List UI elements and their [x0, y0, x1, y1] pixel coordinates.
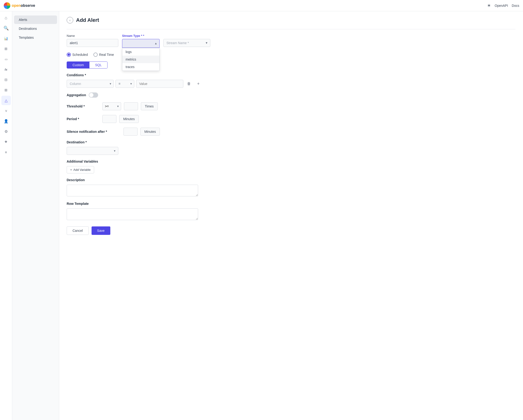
sidebar-item-search[interactable]: 🔍 [1, 24, 11, 33]
silence-section: Silence notification after * 10 Minutes [67, 128, 515, 136]
sub-sidebar: Alerts Destinations Templates [12, 11, 59, 420]
threshold-label: Threshold * [67, 105, 99, 108]
integrations-icon: ❖ [4, 140, 8, 144]
operator-select[interactable]: = [115, 80, 134, 88]
topbar-left: openobserve [4, 2, 35, 9]
sidebar-item-integrations[interactable]: ❖ [1, 137, 11, 146]
topbar: openobserve ☀ OpenAPI Docs [0, 0, 523, 11]
alerts-icon: △ [5, 98, 8, 103]
destination-wrapper: ▼ [67, 147, 118, 155]
home-icon: ⌂ [5, 16, 7, 20]
conditions-label: Conditions * [67, 73, 515, 77]
add-variable-button[interactable]: + Add Variable [67, 166, 94, 173]
delete-condition-button[interactable]: 🗑 [185, 80, 193, 88]
sql-toggle-btn[interactable]: SQL [90, 62, 107, 68]
row-template-label: Row Template [67, 202, 515, 206]
back-button[interactable]: ‹ [67, 17, 73, 24]
sidebar-item-settings[interactable]: ⚙ [1, 127, 11, 136]
aggregation-row: Aggregation [67, 92, 515, 98]
aggregation-label: Aggregation [67, 93, 86, 97]
silence-row: Silence notification after * 10 Minutes [67, 128, 515, 136]
stream-type-label: Stream Type * [122, 34, 160, 38]
description-input[interactable] [67, 185, 198, 196]
dropdown-item-logs[interactable]: logs [122, 48, 159, 56]
aggregation-toggle[interactable] [89, 92, 98, 98]
row-template-section: Row Template [67, 202, 515, 221]
functions-icon: fx [5, 68, 8, 71]
row-template-input[interactable] [67, 208, 198, 220]
delete-icon: 🗑 [187, 82, 191, 86]
theme-toggle-icon[interactable]: ☀ [487, 3, 491, 8]
page-header: ‹ Add Alert [67, 17, 515, 24]
docs-link[interactable]: Docs [512, 4, 519, 8]
dropdown-item-traces[interactable]: traces [122, 63, 159, 71]
stream-name-select[interactable]: Stream Name * [163, 39, 210, 47]
back-icon: ‹ [69, 18, 71, 22]
destination-section: Destination * ▼ [67, 140, 515, 155]
silence-label: Silence notification after * [67, 130, 121, 134]
search-icon: 🔍 [4, 25, 9, 31]
aggregation-section: Aggregation [67, 92, 515, 98]
column-select[interactable]: Column [67, 80, 114, 88]
column-wrapper: Column ▼ [67, 80, 114, 88]
logo-icon [4, 2, 10, 9]
page-title: Add Alert [76, 17, 99, 23]
period-label: Period * [67, 117, 99, 121]
name-label: Name [67, 34, 118, 38]
period-value-input[interactable]: 10 [102, 115, 116, 123]
tables-icon: ⊞ [4, 88, 8, 92]
sidebar-item-metrics[interactable]: 📊 [1, 34, 11, 43]
cancel-button[interactable]: Cancel [67, 226, 89, 235]
conditions-row: Column ▼ = ▼ 🗑 + [67, 80, 515, 88]
logs-icon: ≡ [5, 150, 7, 154]
destination-label: Destination * [67, 140, 515, 144]
stream-type-wrapper: ▲ logs metrics traces [122, 39, 160, 48]
threshold-value-input[interactable]: 3 [124, 102, 138, 110]
silence-unit: Minutes [140, 128, 160, 136]
sidebar-item-filters[interactable]: ⋎ [1, 106, 11, 115]
sub-sidebar-item-templates[interactable]: Templates [14, 33, 57, 42]
realtime-radio-label[interactable]: Real Time [93, 53, 114, 57]
custom-toggle-btn[interactable]: Custom [67, 62, 90, 68]
sidebar: ⌂ 🔍 📊 ⊞ ▭ fx ⊟ ⊞ △ ⋎ 👤 [0, 11, 12, 420]
destination-select[interactable] [67, 147, 118, 155]
sub-sidebar-item-destinations[interactable]: Destinations [14, 24, 57, 33]
name-input[interactable] [67, 39, 118, 47]
threshold-op-wrapper: >= > = < <= ▼ [102, 102, 121, 110]
save-button[interactable]: Save [91, 226, 110, 235]
description-section: Description [67, 178, 515, 197]
threshold-row: Threshold * >= > = < <= ▼ 3 Times [67, 102, 515, 110]
openapi-link[interactable]: OpenAPI [495, 4, 508, 8]
period-section: Period * 10 Minutes [67, 115, 515, 123]
conditions-section: Conditions * Column ▼ = ▼ 🗑 [67, 73, 515, 88]
sidebar-item-functions[interactable]: fx [1, 65, 11, 74]
add-variable-label: Add Variable [74, 168, 91, 171]
silence-value-input[interactable]: 10 [123, 128, 138, 136]
sidebar-item-streams[interactable]: ▭ [1, 54, 11, 64]
sidebar-item-alerts[interactable]: △ [1, 96, 11, 105]
logo-text: openobserve [12, 4, 35, 8]
settings-icon: ⚙ [4, 129, 8, 134]
dashboards-icon: ⊞ [4, 47, 8, 51]
stream-type-select[interactable] [122, 39, 160, 48]
sub-sidebar-item-alerts[interactable]: Alerts [14, 16, 57, 24]
users-icon: 👤 [4, 119, 8, 123]
stream-type-dropdown: logs metrics traces [122, 48, 160, 71]
stream-type-group: Stream Type * ▲ logs metrics t [122, 34, 160, 48]
dropdown-item-metrics[interactable]: metrics [122, 56, 159, 63]
value-input[interactable] [136, 80, 183, 88]
custom-sql-toggle: Custom SQL [67, 62, 107, 69]
scheduled-radio-label[interactable]: Scheduled [67, 53, 88, 57]
sidebar-item-home[interactable]: ⌂ [1, 13, 11, 23]
additional-variables-section: Additional Variables + Add Variable [67, 160, 515, 173]
sidebar-item-reports[interactable]: ⊟ [1, 75, 11, 84]
reports-icon: ⊟ [4, 78, 8, 82]
sidebar-item-users[interactable]: 👤 [1, 116, 11, 126]
scheduled-label: Scheduled [72, 53, 88, 57]
name-stream-row: Name Stream Type * ▲ logs metrics [67, 34, 515, 48]
sidebar-item-logs[interactable]: ≡ [1, 147, 11, 157]
threshold-op-select[interactable]: >= > = < <= [102, 102, 121, 110]
add-condition-button[interactable]: + [195, 80, 202, 88]
sidebar-item-dashboards[interactable]: ⊞ [1, 44, 11, 54]
sidebar-item-tables[interactable]: ⊞ [1, 85, 11, 95]
